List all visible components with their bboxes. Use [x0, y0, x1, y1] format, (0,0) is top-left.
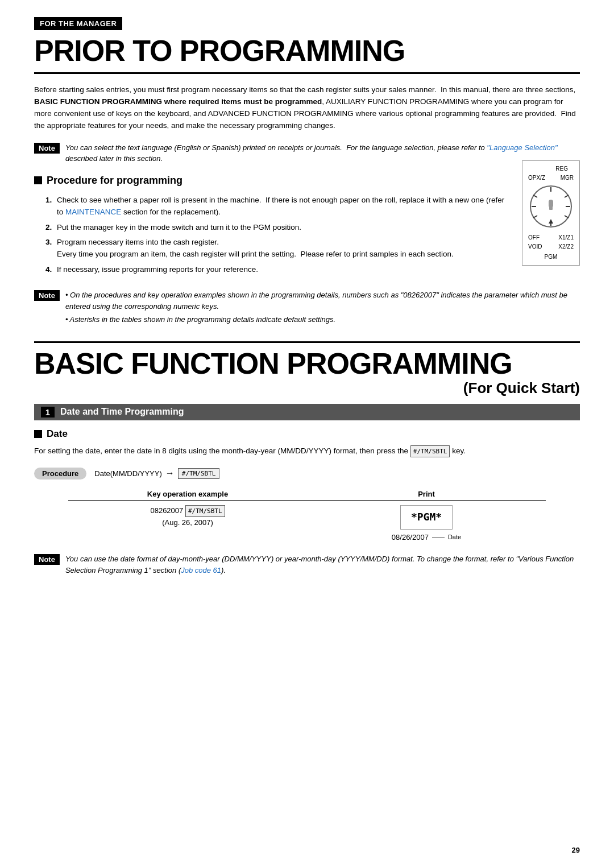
language-selection-link[interactable]: "Language Selection": [487, 143, 557, 152]
reg-label: REG: [528, 164, 568, 173]
section-divider: [34, 341, 580, 343]
intro-bold: BASIC FUNCTION PROGRAMMING where require…: [34, 97, 322, 106]
note-3-text: You can use the date format of day-month…: [65, 553, 580, 576]
date-body-text: For setting the date, enter the date in …: [34, 445, 580, 457]
note-label-2: Note: [34, 290, 60, 301]
section-title-1: Date and Time Programming: [60, 407, 184, 417]
proc-step-4: If necessary, issue programming reports …: [45, 264, 580, 276]
proc-step-2: Put the manager key in the mode switch a…: [45, 222, 580, 234]
note-label-1: Note: [34, 143, 60, 154]
proc-step-3: Program necessary items into the cash re…: [45, 237, 580, 261]
note-2: Note • On the procedures and key operati…: [34, 290, 580, 328]
manager-badge: FOR THE MANAGER: [34, 17, 122, 30]
main-title: PRIOR TO PROGRAMMING: [34, 34, 580, 74]
note-1: Note You can select the text language (E…: [34, 142, 580, 164]
example-print-row: Key operation example 08262007 #/TM/SBTL…: [68, 490, 546, 544]
bullet-square-2: [34, 430, 42, 438]
procedure-badge: Procedure: [34, 468, 86, 480]
bfp-subtitle: (For Quick Start): [34, 379, 580, 397]
key-op-note: (Aug. 26, 2007): [162, 518, 213, 527]
key-op-header: Key operation example: [68, 490, 307, 501]
example-col: Key operation example 08262007 #/TM/SBTL…: [68, 490, 307, 529]
print-date-row: 08/26/2007 —— Date: [307, 532, 546, 544]
mgr-label: MGR: [561, 173, 574, 183]
procedure-heading: Procedure for programming: [34, 175, 580, 187]
proc-step-1: Check to see whether a paper roll is pre…: [45, 195, 580, 218]
print-header: Print: [307, 490, 546, 501]
print-content: *PGM* 08/26/2007 —— Date: [307, 505, 546, 544]
bfp-title: BASIC FUNCTION PROGRAMMING: [34, 349, 580, 378]
date-label: Date: [448, 532, 461, 543]
opxz-label: OPX/Z: [528, 173, 545, 183]
note-label-3: Note: [34, 554, 60, 565]
date-heading: Date: [34, 428, 580, 440]
key-op-content: 08262007 #/TM/SBTL (Aug. 26, 2007): [68, 505, 307, 529]
procedure-flow: Procedure Date(MM/DD/YYYY) → #/TM/SBTL: [34, 468, 580, 480]
note-3: Note You can use the date format of day-…: [34, 553, 580, 576]
print-date-value: 08/26/2007: [392, 532, 429, 544]
job-code-link[interactable]: Job code 61: [181, 566, 221, 574]
section-num-1: 1: [41, 407, 55, 418]
flow-arrow: →: [165, 468, 175, 478]
intro-paragraph: Before starting sales entries, you must …: [34, 84, 580, 132]
key-op-value: 08262007: [150, 506, 183, 515]
note-2-text: • On the procedures and key operation ex…: [65, 290, 580, 328]
print-pgm-box: *PGM*: [400, 505, 453, 530]
print-col: Print *PGM* 08/26/2007 —— Date: [307, 490, 546, 544]
flow-step-1: Date(MM/DD/YYYY): [94, 469, 161, 478]
key-op-key-btn: #/TM/SBTL: [185, 505, 225, 518]
maintenance-link[interactable]: MAINTENANCE: [65, 208, 121, 216]
procedure-list: Check to see whether a paper roll is pre…: [45, 195, 580, 276]
note-1-text: You can select the text language (Englis…: [65, 142, 580, 164]
flow-step-2: #/TM/SBTL: [178, 468, 220, 479]
page-number: 29: [572, 846, 580, 854]
bullet-square-1: [34, 176, 42, 184]
date-key-inline: #/TM/SBTL: [410, 445, 450, 457]
section-bar-1: 1 Date and Time Programming: [34, 404, 580, 420]
date-arrow: ——: [432, 532, 445, 543]
